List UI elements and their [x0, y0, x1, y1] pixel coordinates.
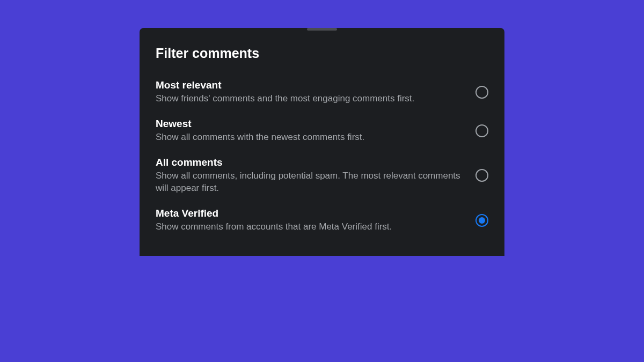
- option-label: Most relevant: [156, 79, 465, 91]
- option-description: Show all comments, including potential s…: [156, 169, 465, 195]
- radio-all-comments[interactable]: [475, 169, 488, 182]
- radio-newest[interactable]: [475, 124, 488, 137]
- option-description: Show comments from accounts that are Met…: [156, 220, 465, 233]
- sheet-title: Filter comments: [156, 46, 488, 61]
- option-most-relevant[interactable]: Most relevant Show friends' comments and…: [156, 73, 488, 112]
- option-meta-verified[interactable]: Meta Verified Show comments from account…: [156, 201, 488, 240]
- option-label: Meta Verified: [156, 208, 465, 219]
- radio-most-relevant[interactable]: [475, 86, 488, 99]
- drag-handle[interactable]: [307, 28, 337, 31]
- option-text: All comments Show all comments, includin…: [156, 157, 475, 195]
- option-text: Most relevant Show friends' comments and…: [156, 79, 475, 105]
- option-description: Show all comments with the newest commen…: [156, 131, 465, 144]
- option-label: Newest: [156, 118, 465, 130]
- option-newest[interactable]: Newest Show all comments with the newest…: [156, 112, 488, 150]
- radio-meta-verified[interactable]: [475, 214, 488, 227]
- option-all-comments[interactable]: All comments Show all comments, includin…: [156, 150, 488, 202]
- option-description: Show friends' comments and the most enga…: [156, 92, 465, 105]
- option-text: Newest Show all comments with the newest…: [156, 118, 475, 144]
- filter-comments-sheet: Filter comments Most relevant Show frien…: [140, 28, 504, 256]
- option-label: All comments: [156, 157, 465, 168]
- option-text: Meta Verified Show comments from account…: [156, 208, 475, 233]
